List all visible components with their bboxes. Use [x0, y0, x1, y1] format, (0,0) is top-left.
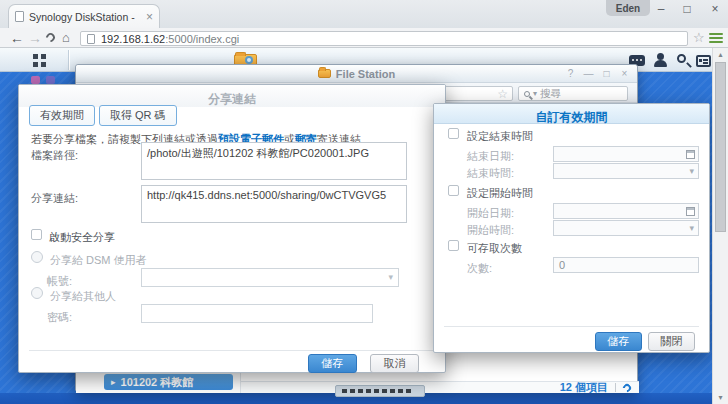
page-favicon-icon — [15, 11, 24, 22]
browser-menu-icon[interactable] — [709, 33, 723, 45]
desktop-icon[interactable] — [31, 76, 40, 84]
start-time-checkbox[interactable] — [448, 185, 459, 196]
profile-badge[interactable]: Eden — [606, 0, 650, 16]
share-save-button[interactable]: 儲存 — [308, 354, 357, 373]
url-host: 192.168.1.62 — [101, 33, 165, 45]
end-time-label: 結束時間: — [467, 166, 514, 181]
validity-save-button[interactable]: 儲存 — [595, 332, 642, 351]
access-count-label: 可存取次數 — [467, 241, 522, 256]
browser-tab[interactable]: Synology DiskStation - × — [8, 4, 160, 28]
fs-maximize-icon[interactable]: □ — [599, 68, 614, 79]
calendar-icon[interactable] — [686, 207, 695, 216]
count-label: 次數: — [467, 261, 492, 276]
scroll-down-icon[interactable]: ▾ — [713, 393, 728, 402]
fs-help-icon[interactable]: ? — [563, 68, 578, 79]
validity-period-dialog: 自訂有效期間 設定結束時間 結束日期: 結束時間: ▾ 設定開始時間 開始日期:… — [433, 103, 710, 353]
start-time-check-label: 設定開始時間 — [467, 186, 533, 201]
start-date-label: 開始日期: — [467, 206, 514, 221]
password-label: 密碼: — [47, 310, 72, 325]
pilot-view-icon[interactable] — [696, 55, 711, 67]
get-qr-code-button[interactable]: 取得 QR 碼 — [99, 105, 177, 126]
dialog-divider — [29, 350, 435, 351]
status-divider — [615, 383, 616, 392]
fs-minimize-icon[interactable]: — — [581, 68, 596, 79]
validity-close-button[interactable]: 關閉 — [648, 332, 695, 351]
truncated-popup — [335, 385, 425, 397]
fs-tree-selected-folder[interactable]: ▸ 101202 科教館 — [104, 374, 233, 390]
home-icon[interactable]: ⌂ — [62, 30, 70, 46]
end-date-label: 結束日期: — [467, 149, 514, 164]
password-input[interactable] — [141, 304, 373, 323]
search-caret-icon: ▾ — [533, 90, 537, 98]
magnifier-overlay-icon — [245, 56, 253, 64]
dsm-user-label: 分享給 DSM 使用者 — [50, 253, 147, 268]
window-minimize-button[interactable]: – — [650, 2, 672, 16]
forward-icon[interactable]: → — [28, 30, 42, 46]
others-label: 分享給其他人 — [50, 289, 116, 304]
end-time-dropdown[interactable]: ▾ — [553, 163, 699, 179]
tab-close-icon[interactable]: × — [146, 11, 153, 23]
scroll-up-icon[interactable]: ▴ — [713, 50, 728, 59]
url-bar[interactable]: 192.168.1.62:5000/index.cgi — [80, 31, 688, 46]
access-count-checkbox[interactable] — [448, 240, 459, 251]
expand-arrow-icon[interactable]: ▸ — [111, 377, 116, 387]
start-time-label: 開始時間: — [467, 223, 514, 238]
browser-scrollbar[interactable]: ▴ ▾ — [712, 48, 728, 404]
scrollbar-thumb[interactable] — [715, 62, 726, 232]
start-time-dropdown[interactable]: ▾ — [553, 220, 699, 236]
refresh-list-icon[interactable] — [621, 382, 632, 393]
start-date-input[interactable] — [553, 203, 699, 219]
page-icon — [87, 34, 95, 44]
secure-sharing-label: 啟動安全分享 — [49, 230, 115, 245]
fs-status-bar: 12 個項目 — [241, 381, 639, 393]
dropdown-arrow-icon: ▾ — [388, 272, 393, 282]
user-menu-icon-body[interactable] — [654, 60, 667, 67]
end-date-input[interactable] — [553, 146, 699, 162]
validity-dialog-title: 自訂有效期間 — [434, 109, 709, 126]
file-path-field[interactable]: /photo/出遊照/101202 科教館/PC020001.JPG — [141, 142, 407, 180]
tab-title: Synology DiskStation - — [29, 11, 141, 23]
share-link-label: 分享連結: — [31, 191, 78, 206]
share-cancel-button[interactable]: 取消 — [370, 354, 419, 373]
secure-sharing-checkbox[interactable] — [31, 229, 42, 240]
search-icon[interactable] — [677, 54, 686, 63]
window-maximize-button[interactable]: □ — [676, 2, 698, 16]
fs-search-input[interactable]: ▾ 搜尋 — [518, 86, 628, 101]
dsm-user-radio[interactable] — [31, 251, 43, 263]
item-count: 12 個項目 — [560, 382, 608, 393]
end-time-check-label: 設定結束時間 — [467, 129, 533, 144]
count-input[interactable]: 0 — [553, 257, 699, 273]
file-station-titlebar[interactable]: File Station — [76, 65, 637, 83]
dropdown-arrow-icon: ▾ — [689, 166, 694, 176]
search-placeholder: 搜尋 — [540, 87, 561, 101]
calendar-icon[interactable] — [686, 150, 695, 159]
selected-folder-label: 101202 科教館 — [121, 375, 194, 390]
taskbar-divider — [68, 50, 69, 70]
browser-window: Synology DiskStation - × Eden – □ × ← → … — [0, 0, 728, 404]
desktop-icon[interactable] — [46, 76, 55, 84]
validity-period-button[interactable]: 有效期間 — [29, 105, 95, 126]
fs-close-icon[interactable]: × — [617, 68, 632, 79]
search-magnifier-icon — [524, 91, 530, 97]
url-text: 192.168.1.62:5000/index.cgi — [101, 33, 239, 45]
back-icon[interactable]: ← — [10, 30, 24, 46]
account-label: 帳號: — [47, 274, 72, 289]
file-path-label: 檔案路徑: — [31, 148, 78, 163]
user-menu-icon[interactable] — [657, 53, 664, 60]
share-link-field[interactable]: http://qk415.ddns.net:5000/sharing/0wCTV… — [141, 185, 407, 223]
others-radio[interactable] — [31, 287, 43, 299]
window-close-button[interactable]: × — [704, 2, 726, 16]
share-link-dialog: 分享連結 有效期間 取得 QR 碼 若要分享檔案，請複製下列連結或透過預設電子郵… — [18, 84, 446, 373]
end-time-checkbox[interactable] — [448, 128, 459, 139]
dialog-divider — [444, 326, 699, 327]
dropdown-arrow-icon: ▾ — [689, 223, 694, 233]
bookmark-star-icon[interactable]: ☆ — [693, 30, 705, 45]
url-path: :5000/index.cgi — [165, 33, 239, 45]
account-dropdown[interactable]: ▾ — [141, 268, 399, 287]
favorite-star-icon[interactable]: ☆ — [497, 87, 508, 101]
file-station-title: File Station — [336, 68, 395, 80]
main-menu-icon[interactable] — [33, 54, 38, 59]
file-station-window-icon — [318, 69, 331, 78]
